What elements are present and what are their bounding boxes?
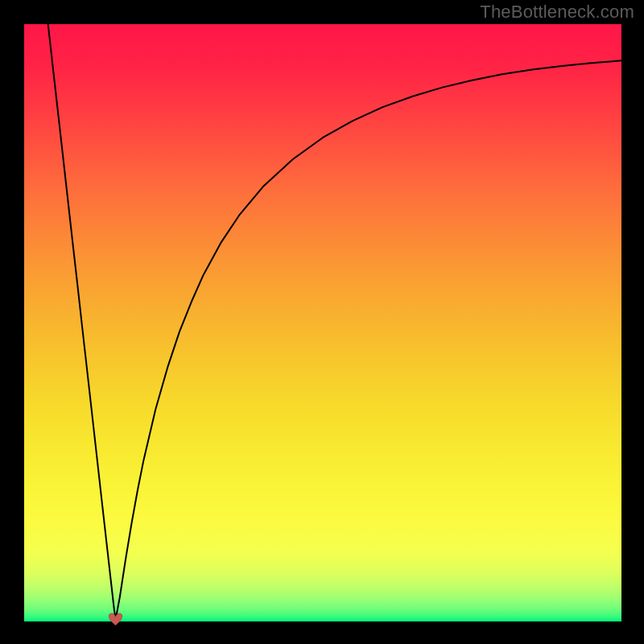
bottleneck-chart <box>0 0 644 644</box>
plot-background <box>24 24 621 621</box>
chart-frame: TheBottleneck.com <box>0 0 644 644</box>
watermark-text: TheBottleneck.com <box>480 2 634 23</box>
